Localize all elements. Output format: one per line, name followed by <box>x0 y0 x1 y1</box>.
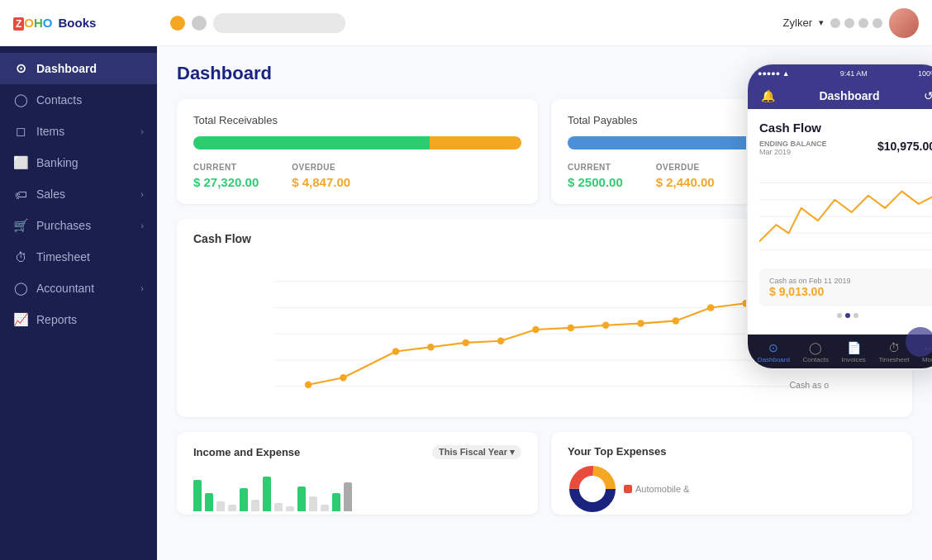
income-expense-title: Income and Expense This Fiscal Year ▾ <box>193 445 521 459</box>
phone-nav-dashboard[interactable]: ⊙ Dashboard <box>758 341 790 363</box>
sidebar-item-banking[interactable]: ⬜ Banking <box>0 147 157 178</box>
top-expenses-card: Your Top Expenses Automobile & <box>551 432 912 515</box>
receivables-bar-overdue <box>430 136 521 149</box>
accountant-icon: ◯ <box>13 281 28 296</box>
sidebar-item-dashboard[interactable]: ⊙ Dashboard <box>0 53 157 84</box>
topbar-search-bar <box>213 13 345 33</box>
sidebar-item-reports[interactable]: 📈 Reports <box>0 304 157 335</box>
reports-icon: 📈 <box>13 312 28 327</box>
svg-point-10 <box>497 338 504 344</box>
top-expenses-label: Your Top Expenses <box>568 445 666 458</box>
payables-current-value: $ 2500.00 <box>568 175 623 189</box>
phone-nav-more-label: More <box>922 356 932 363</box>
items-chevron: › <box>140 126 144 136</box>
phone-chart-svg <box>759 163 932 262</box>
receivables-amounts: CURRENT $ 27,320.00 OVERDUE $ 4,847.00 <box>193 163 521 189</box>
phone-pagination-dots <box>759 313 932 318</box>
receivables-overdue-label: OVERDUE <box>292 163 350 172</box>
phone-nav-contacts-label: Contacts <box>802 356 829 363</box>
sidebar-item-items[interactable]: ◻ Items › <box>0 116 157 147</box>
topbar-status-dots <box>830 18 882 28</box>
svg-point-5 <box>305 381 311 387</box>
bar-7 <box>263 477 271 511</box>
sidebar-label-timesheet: Timesheet <box>36 250 90 263</box>
svg-point-8 <box>427 344 434 350</box>
income-expense-label: Income and Expense <box>193 446 300 458</box>
receivables-overdue-value: $ 4,847.00 <box>292 175 350 189</box>
logo: ZOHO Books <box>13 16 170 30</box>
bar-8 <box>274 503 283 511</box>
sidebar-label-contacts: Contacts <box>36 93 82 107</box>
phone-time: 9:41 AM <box>840 69 868 78</box>
logo-text: ZOHO <box>13 16 53 30</box>
sidebar-item-timesheet[interactable]: ⏱ Timesheet <box>0 241 157 273</box>
topbar-middle <box>170 13 783 33</box>
phone-nav-invoices[interactable]: 📄 Invoices <box>842 341 866 363</box>
sidebar-label-items: Items <box>36 125 64 138</box>
sidebar-label-accountant: Accountant <box>36 282 94 295</box>
user-name[interactable]: Zylker <box>783 17 812 29</box>
sales-icon: 🏷 <box>13 187 28 202</box>
phone-nav-invoices-label: Invoices <box>842 356 866 363</box>
svg-point-11 <box>532 326 539 333</box>
phone-mockup: ●●●●● ▲ 9:41 AM 100% 🔔 Dashboard ↺ Cash … <box>746 63 932 370</box>
sidebar-item-purchases[interactable]: 🛒 Purchases › <box>0 210 157 241</box>
phone-fab[interactable] <box>906 327 932 357</box>
phone-footer-value: $ 9,013.00 <box>769 285 925 298</box>
sidebar-label-dashboard: Dashboard <box>36 62 97 75</box>
svg-point-12 <box>568 325 574 331</box>
fiscal-filter[interactable]: This Fiscal Year ▾ <box>432 445 521 459</box>
sidebar-item-sales[interactable]: 🏷 Sales › <box>0 178 157 210</box>
phone-balance-info: ENDING BALANCE Mar 2019 <box>759 140 827 156</box>
phone-status-bar: ●●●●● ▲ 9:41 AM 100% <box>748 64 932 83</box>
items-icon: ◻ <box>13 124 28 139</box>
total-receivables-card: Total Receivables CURRENT $ 27,320.00 OV… <box>177 99 538 204</box>
svg-point-16 <box>707 304 714 311</box>
phone-nav-timesheet-label: Timesheet <box>878 356 909 363</box>
bar-10 <box>297 486 306 511</box>
bar-6 <box>251 500 259 511</box>
payables-overdue-label: OVERDUE <box>656 163 715 172</box>
bar-5 <box>240 488 248 511</box>
user-dropdown-icon[interactable]: ▾ <box>819 17 824 28</box>
payables-overdue-block: OVERDUE $ 2,440.00 <box>656 163 715 189</box>
topbar-indicator2 <box>192 16 207 31</box>
phone-nav-dashboard-label: Dashboard <box>758 356 790 363</box>
content-area: Dashboard Total Receivables CURRENT $ 27… <box>157 46 932 560</box>
phone-balance-row: ENDING BALANCE Mar 2019 $10,975.00 <box>759 140 932 156</box>
payables-overdue-value: $ 2,440.00 <box>656 175 715 189</box>
receivables-overdue-block: OVERDUE $ 4,847.00 <box>292 163 350 189</box>
payables-current-block: CURRENT $ 2500.00 <box>568 163 623 189</box>
bar-9 <box>286 506 294 511</box>
phone-refresh-icon[interactable]: ↺ <box>924 89 932 102</box>
receivables-title: Total Receivables <box>193 114 521 126</box>
avatar[interactable] <box>889 8 919 38</box>
bar-4 <box>228 505 236 511</box>
purchases-chevron: › <box>140 221 144 230</box>
phone-nav-timesheet[interactable]: ⏱ Timesheet <box>878 341 909 363</box>
income-expense-card: Income and Expense This Fiscal Year ▾ <box>177 432 538 515</box>
sidebar-item-contacts[interactable]: ◯ Contacts <box>0 84 157 116</box>
income-expense-bars <box>193 466 521 511</box>
sidebar-label-sales: Sales <box>36 187 65 201</box>
phone-bottom-nav: ⊙ Dashboard ◯ Contacts 📄 Invoices ⏱ Time… <box>748 335 932 368</box>
sidebar-item-accountant[interactable]: ◯ Accountant › <box>0 273 157 304</box>
phone-bell-icon[interactable]: 🔔 <box>761 89 775 102</box>
sidebar-label-purchases: Purchases <box>36 219 91 232</box>
phone-content: Cash Flow ENDING BALANCE Mar 2019 $10,97… <box>748 109 932 335</box>
payables-current-label: CURRENT <box>568 163 623 172</box>
svg-point-15 <box>673 317 679 324</box>
contacts-icon: ◯ <box>13 93 28 107</box>
purchases-icon: 🛒 <box>13 218 28 233</box>
svg-point-7 <box>392 348 399 354</box>
phone-battery: 100% <box>918 69 932 78</box>
phone-nav-contacts-icon: ◯ <box>809 341 822 354</box>
sidebar: ⊙ Dashboard ◯ Contacts ◻ Items › ⬜ Banki… <box>0 46 157 560</box>
phone-signal: ●●●●● ▲ <box>758 69 790 78</box>
bar-14 <box>344 482 352 511</box>
phone-nav-bar: 🔔 Dashboard ↺ <box>748 83 932 109</box>
phone-balance-value: $10,975.00 <box>877 140 932 153</box>
sidebar-label-banking: Banking <box>36 156 78 169</box>
phone-nav-contacts[interactable]: ◯ Contacts <box>802 341 829 363</box>
topbar: ZOHO Books Zylker ▾ <box>0 0 932 46</box>
